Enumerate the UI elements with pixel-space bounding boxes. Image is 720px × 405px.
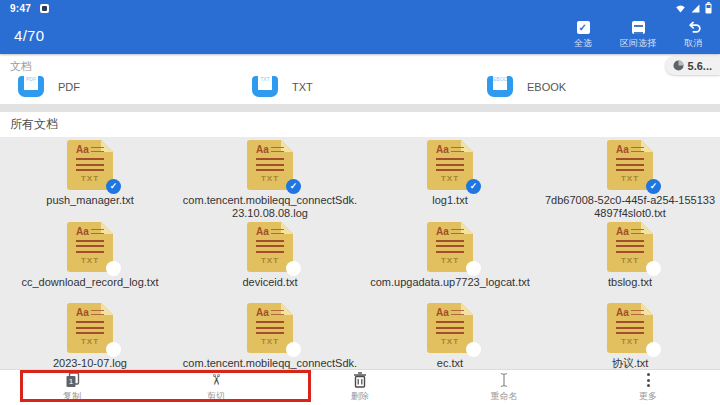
file-icon-aa-text: Aa	[76, 145, 89, 155]
select-all-label: 全选	[574, 37, 592, 50]
undo-icon	[686, 21, 701, 34]
file-name: cc_download_record_log.txt	[2, 276, 178, 289]
file-icon-rules	[451, 229, 464, 235]
rename-label: 重命名	[491, 390, 518, 403]
categories-section: 文档 PDF PDF TXT TXT EBOOK EBOOK 5.6...	[0, 54, 720, 104]
txt-file-icon: Aa TXT	[67, 140, 113, 190]
file-icon-rules	[616, 240, 644, 253]
txt-file-icon: Aa TXT	[67, 303, 113, 353]
file-icon-rules	[616, 158, 644, 171]
status-bar: 9:47	[0, 0, 720, 16]
cancel-label: 取消	[684, 37, 702, 50]
selection-check-badge[interactable]	[286, 261, 301, 276]
range-select-button[interactable]: 区间选择	[620, 21, 656, 50]
cellular-signal-icon	[690, 3, 701, 14]
file-icon-aa-text: Aa	[436, 145, 449, 155]
txt-file-icon: Aa TXT	[247, 140, 293, 190]
file-icon-rules	[451, 310, 464, 316]
section-divider	[0, 104, 720, 112]
file-grid-row: Aa TXT push_manager.txt Aa TXT com.tence…	[0, 140, 720, 220]
battery-icon	[705, 2, 712, 14]
ebook-icon-mini-label: EBOOK	[493, 76, 507, 83]
file-item[interactable]: Aa TXT 7db67008-52c0-445f-a254-155133489…	[540, 140, 720, 220]
file-item[interactable]: Aa TXT com.upgadata.up7723_logcat.txt	[360, 222, 540, 289]
file-icon-rules	[631, 147, 644, 153]
file-icon-rules	[436, 158, 464, 171]
file-icon-aa-text: Aa	[616, 308, 629, 318]
pdf-category-icon: PDF	[18, 76, 44, 97]
file-name: log1.txt	[362, 194, 538, 207]
selection-check-badge[interactable]	[646, 342, 661, 357]
selection-check-badge[interactable]	[286, 179, 301, 194]
file-item[interactable]: Aa TXT push_manager.txt	[0, 140, 180, 220]
delete-button[interactable]: 删除	[288, 370, 432, 405]
select-all-button[interactable]: 全选	[568, 21, 598, 50]
trash-icon	[353, 372, 367, 388]
selection-check-badge[interactable]	[466, 342, 481, 357]
file-item[interactable]: Aa TXT log1.txt	[360, 140, 540, 220]
file-icon-aa-text: Aa	[436, 308, 449, 318]
cancel-button[interactable]: 取消	[678, 21, 708, 50]
selection-check-badge[interactable]	[466, 261, 481, 276]
selection-check-badge[interactable]	[106, 261, 121, 276]
selection-check-badge[interactable]	[106, 342, 121, 357]
selection-check-badge[interactable]	[646, 261, 661, 276]
file-name: com.upgadata.up7723_logcat.txt	[362, 276, 538, 289]
file-icon-rules	[271, 229, 284, 235]
txt-file-icon: Aa TXT	[607, 140, 653, 190]
cut-button[interactable]: ✂ 剪切	[144, 370, 288, 405]
selection-check-badge[interactable]	[286, 342, 301, 357]
category-item-pdf[interactable]: PDF PDF	[18, 76, 80, 97]
rename-button[interactable]: 重命名	[432, 370, 576, 405]
copy-button[interactable]: 1 复制	[0, 370, 144, 405]
file-name: 7db67008-52c0-445f-a254-1551334897f4slot…	[542, 194, 718, 220]
file-icon-aa-text: Aa	[76, 227, 89, 237]
ebook-category-icon: EBOOK	[487, 76, 513, 97]
svg-text:1: 1	[68, 377, 73, 386]
file-icon-rules	[631, 229, 644, 235]
file-icon-aa-text: Aa	[616, 227, 629, 237]
pdf-category-label: PDF	[58, 81, 80, 93]
file-icon-rules	[631, 310, 644, 316]
file-item[interactable]: Aa TXT com.tencent.mobileqq_connectSdk.2…	[180, 140, 360, 220]
file-icon-rules	[256, 321, 284, 334]
ebook-category-label: EBOOK	[527, 81, 566, 93]
copy-icon: 1	[65, 372, 80, 388]
status-time: 9:47	[10, 3, 31, 14]
app-bar-actions: 全选 区间选择 取消	[568, 21, 708, 50]
txt-file-icon: Aa TXT	[247, 222, 293, 272]
file-icon-rules	[436, 321, 464, 334]
selection-check-badge[interactable]	[466, 179, 481, 194]
pie-chart-icon	[673, 60, 684, 71]
all-docs-label: 所有文档	[10, 116, 58, 133]
file-icon-rules	[91, 310, 104, 316]
category-item-ebook[interactable]: EBOOK EBOOK	[487, 76, 566, 97]
category-item-txt[interactable]: TXT TXT	[252, 76, 313, 97]
cut-label: 剪切	[207, 390, 225, 403]
file-name: push_manager.txt	[2, 194, 178, 207]
ibeam-icon	[498, 372, 510, 388]
copy-label: 复制	[63, 390, 81, 403]
scissors-icon: ✂	[208, 374, 224, 387]
file-item[interactable]: Aa TXT cc_download_record_log.txt	[0, 222, 180, 289]
file-grid-row: Aa TXT cc_download_record_log.txt Aa TXT…	[0, 222, 720, 289]
wifi-icon	[675, 3, 686, 14]
more-button[interactable]: 更多	[576, 370, 720, 405]
more-dots-icon	[647, 372, 650, 388]
txt-file-icon: Aa TXT	[427, 140, 473, 190]
checkbox-checked-icon	[577, 21, 590, 34]
range-select-icon	[632, 21, 645, 34]
selection-check-badge[interactable]	[646, 179, 661, 194]
app-bar: 4/70 全选 区间选择 取消	[0, 16, 720, 54]
file-item[interactable]: Aa TXT deviceid.txt	[180, 222, 360, 289]
file-icon-aa-text: Aa	[256, 145, 269, 155]
selection-check-badge[interactable]	[106, 179, 121, 194]
file-icon-rules	[616, 321, 644, 334]
file-item[interactable]: Aa TXT tbslog.txt	[540, 222, 720, 289]
file-icon-rules	[271, 147, 284, 153]
txt-file-icon: Aa TXT	[427, 222, 473, 272]
bottom-toolbar: 1 复制 ✂ 剪切 删除 重命名 更多	[0, 369, 720, 405]
pdf-icon-mini-label: PDF	[24, 76, 38, 83]
file-name: tbslog.txt	[542, 276, 718, 289]
storage-usage-badge[interactable]: 5.6...	[665, 56, 720, 75]
